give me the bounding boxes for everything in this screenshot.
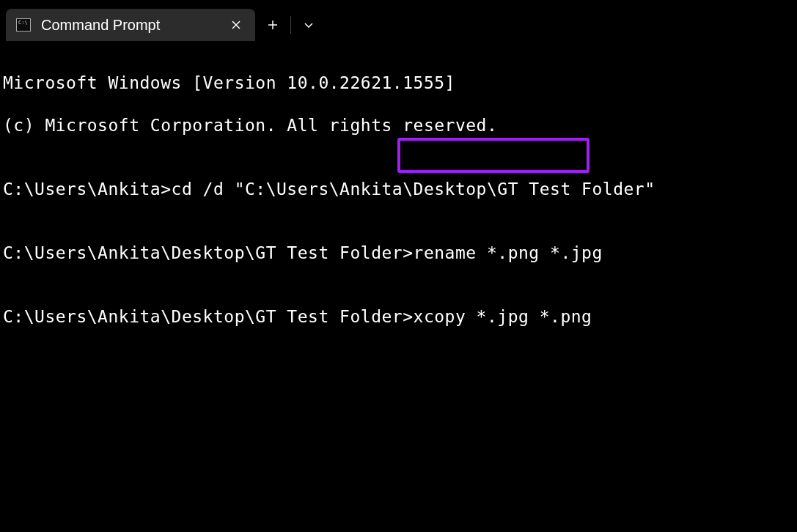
annotation-highlight-box <box>397 138 590 173</box>
terminal-line-0: Microsoft Windows [Version 10.0.22621.15… <box>3 73 794 94</box>
terminal-line-7: C:\Users\Ankita\Desktop\GT Test Folder>x… <box>3 306 794 328</box>
chevron-down-icon <box>304 22 314 28</box>
terminal-line-3: C:\Users\Ankita>cd /d "C:\Users\Ankita\D… <box>3 179 794 200</box>
titlebar: C:\ Command Prompt <box>0 0 797 41</box>
cmd-icon: C:\ <box>16 18 31 32</box>
terminal-line-1: (c) Microsoft Corporation. All rights re… <box>3 115 794 136</box>
tab-title: Command Prompt <box>41 17 226 34</box>
new-tab-button[interactable] <box>255 9 290 41</box>
terminal-line-5: C:\Users\Ankita\Desktop\GT Test Folder>r… <box>3 243 794 264</box>
terminal-output[interactable]: Microsoft Windows [Version 10.0.22621.15… <box>0 41 797 373</box>
tab-dropdown-button[interactable] <box>291 9 326 41</box>
close-tab-button[interactable] <box>226 15 246 35</box>
active-tab[interactable]: C:\ Command Prompt <box>6 9 255 41</box>
close-icon <box>232 21 240 29</box>
cmd-icon-text: C:\ <box>18 21 28 25</box>
plus-icon <box>268 20 278 30</box>
